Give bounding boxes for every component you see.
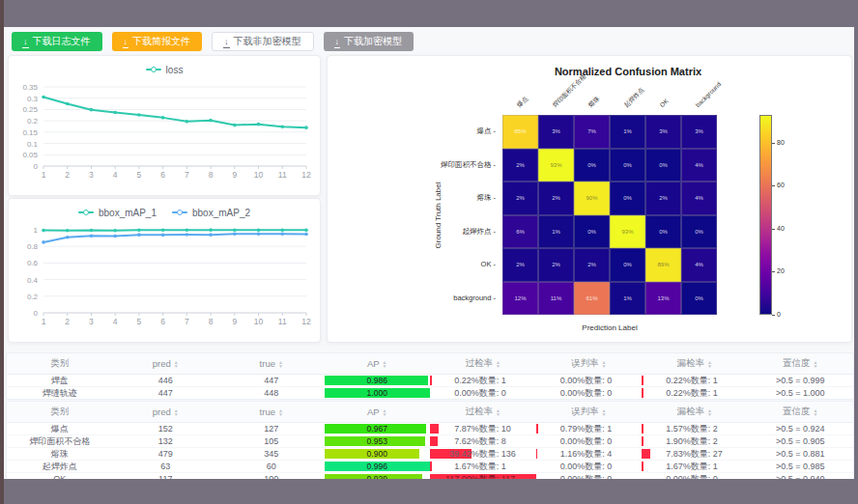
column-header-置信度[interactable]: 置信度▲▼ — [748, 353, 854, 374]
sort-icon[interactable]: ▲▼ — [174, 408, 179, 416]
rate-percent: 7.83% — [654, 449, 691, 459]
ap-value: 0.900 — [367, 449, 387, 459]
table-row: 焊印面积不合格1321050.9537.62%数量: 80.00%数量: 01.… — [7, 435, 853, 448]
ap-value: 0.996 — [367, 462, 387, 471]
cm-cell: 90% — [574, 182, 610, 215]
rate-percent: 1.57% — [654, 424, 691, 434]
sort-icon[interactable]: ▲▼ — [496, 408, 500, 416]
download-icon: ↓ — [124, 38, 129, 46]
column-header-AP[interactable]: AP▲▼ — [325, 402, 431, 422]
cell-confidence: >0.5 = 0.985 — [748, 461, 854, 472]
svg-text:11: 11 — [278, 170, 287, 180]
map-chart-plot: 00.20.40.60.81123456789101112 — [9, 220, 320, 336]
cell-missdetect-爆点: 1.57%数量: 2 — [642, 423, 748, 434]
series-loss — [43, 98, 306, 128]
column-header-true[interactable]: true▲▼ — [218, 402, 325, 422]
legend-item-bbox_mAP_1[interactable]: bbox_mAP_1 — [78, 205, 157, 220]
column-header-label: 置信度 — [783, 357, 811, 370]
svg-text:3: 3 — [89, 170, 94, 180]
column-header-置信度[interactable]: 置信度▲▼ — [748, 402, 854, 422]
svg-text:0.2: 0.2 — [27, 293, 39, 301]
cm-cell: 1% — [610, 282, 645, 316]
rate-bar — [536, 449, 537, 459]
cm-colorbar-tick-label: 40 — [777, 225, 785, 232]
sort-icon[interactable]: ▲▼ — [707, 360, 712, 368]
rate-bar — [430, 376, 432, 385]
rate-percent: 39.42% — [443, 449, 479, 459]
sort-icon[interactable]: ▲▼ — [602, 408, 607, 416]
cell-confidence: >0.5 = 0.999 — [748, 375, 854, 386]
column-header-过检率[interactable]: 过检率▲▼ — [430, 353, 536, 374]
cell-misjudge-焊印面积不合格: 0.00%数量: 0 — [536, 435, 643, 447]
cell-overdetect-焊盘: 0.22%数量: 1 — [430, 375, 536, 386]
loss-chart-legend: loss — [9, 56, 320, 77]
cm-cell: 0% — [681, 282, 717, 316]
cell-overdetect-焊印面积不合格: 7.62%数量: 8 — [430, 435, 536, 447]
rate-percent: 1.67% — [654, 462, 691, 471]
download-log-button[interactable]: ↓ 下载日志文件 — [12, 32, 102, 51]
column-header-pred[interactable]: pred▲▼ — [113, 353, 219, 374]
column-header-误判率[interactable]: 误判率▲▼ — [536, 353, 643, 374]
cm-cell: 2% — [502, 149, 538, 182]
legend-label: bbox_mAP_1 — [99, 208, 157, 218]
sort-icon[interactable]: ▲▼ — [602, 360, 607, 368]
map-chart-legend: bbox_mAP_1bbox_mAP_2 — [9, 199, 320, 220]
legend-marker-icon — [78, 211, 94, 213]
cm-row-label: 爆点 - — [328, 115, 496, 149]
column-header-true[interactable]: true▲▼ — [218, 353, 325, 374]
table-row: 焊盘4464470.9860.22%数量: 10.00%数量: 00.22%数量… — [7, 375, 853, 387]
svg-text:4: 4 — [113, 170, 118, 180]
download-encrypted-model-button[interactable]: ↓ 下载加密模型 — [324, 32, 415, 51]
rate-count: 数量: 1 — [479, 461, 524, 472]
rate-count: 数量: 1 — [585, 423, 629, 434]
sort-icon[interactable]: ▲▼ — [278, 360, 283, 368]
cell-ap: 1.000 — [325, 387, 431, 399]
sort-icon[interactable]: ▲▼ — [174, 360, 179, 368]
column-header-漏检率[interactable]: 漏检率▲▼ — [642, 402, 748, 422]
column-header-AP[interactable]: AP▲▼ — [325, 353, 431, 374]
ap-value: 1.000 — [367, 388, 387, 398]
sort-icon[interactable]: ▲▼ — [496, 360, 500, 368]
svg-text:1: 1 — [34, 226, 39, 235]
rate-count: 数量: 117 — [479, 473, 524, 479]
cell-missdetect-焊印面积不合格: 1.90%数量: 2 — [642, 435, 748, 447]
svg-text:0.8: 0.8 — [27, 242, 39, 251]
cell-true: 345 — [218, 448, 325, 460]
cm-cell: 85% — [502, 115, 538, 149]
svg-text:7: 7 — [185, 170, 189, 180]
legend-item-bbox_mAP_2[interactable]: bbox_mAP_2 — [172, 205, 250, 220]
sort-icon[interactable]: ▲▼ — [278, 408, 283, 416]
rate-count: 数量: 0 — [691, 473, 735, 479]
column-header-pred[interactable]: pred▲▼ — [113, 402, 219, 422]
ap-value: 0.967 — [367, 424, 387, 434]
svg-text:2: 2 — [65, 170, 70, 180]
cell-pred: 117 — [113, 473, 219, 479]
download-plain-model-button[interactable]: ↓ 下载非加密模型 — [212, 32, 314, 51]
download-report-button[interactable]: ↓ 下载简报文件 — [112, 32, 203, 51]
cm-colorbar-tick-label: 80 — [777, 139, 785, 146]
legend-item-loss[interactable]: loss — [146, 62, 184, 77]
rate-percent: 117.00% — [443, 474, 479, 479]
cm-colorbar-tick-label: 0 — [777, 311, 781, 318]
column-header-过检率[interactable]: 过检率▲▼ — [430, 402, 536, 422]
loss-chart-card: loss 00.050.10.150.20.250.30.35123456789… — [8, 55, 321, 196]
sort-icon[interactable]: ▲▼ — [383, 408, 387, 416]
sort-icon[interactable]: ▲▼ — [814, 408, 818, 416]
sort-icon[interactable]: ▲▼ — [814, 360, 818, 368]
column-header-label: AP — [367, 406, 380, 417]
rate-count: 数量: 2 — [691, 435, 735, 447]
cm-colorbar-tick — [772, 229, 775, 230]
svg-text:0.05: 0.05 — [22, 151, 38, 159]
cell-true: 60 — [218, 461, 325, 472]
svg-text:0: 0 — [34, 309, 39, 318]
cell-confidence: >0.5 = 0.881 — [748, 448, 854, 460]
svg-text:0.2: 0.2 — [27, 117, 39, 126]
rate-percent: 0.00% — [443, 388, 479, 398]
sort-icon[interactable]: ▲▼ — [707, 408, 712, 416]
sort-icon[interactable]: ▲▼ — [383, 360, 387, 368]
cm-col-label: 焊印面积不合格 — [551, 72, 587, 109]
table-row: 爆点1521270.9677.87%数量: 100.79%数量: 11.57%数… — [7, 423, 853, 435]
cell-misjudge-爆点: 0.79%数量: 1 — [536, 423, 643, 434]
column-header-漏检率[interactable]: 漏检率▲▼ — [642, 353, 748, 374]
column-header-误判率[interactable]: 误判率▲▼ — [536, 402, 643, 422]
